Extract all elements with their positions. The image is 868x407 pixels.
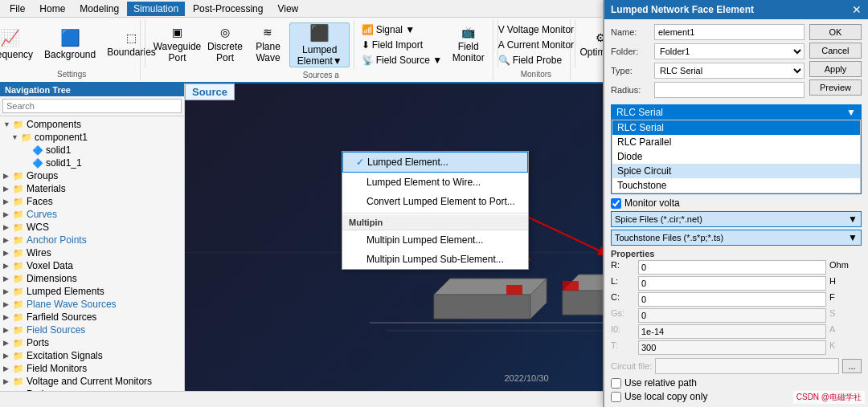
l-unit: H <box>829 276 862 291</box>
ribbon-btn-lumped[interactable]: ⬛ Lumped Element▼ <box>289 22 350 67</box>
tree-item-wcs[interactable]: ▶ 📁 WCS <box>0 221 184 234</box>
tree-item-lumped[interactable]: ▶ 📁 Lumped Elements <box>0 285 184 298</box>
solid-icon: 🔷 <box>32 158 43 169</box>
cancel-button[interactable]: Cancel <box>809 43 862 59</box>
tree-item-planewave[interactable]: ▶ 📁 Plane Wave Sources <box>0 298 184 311</box>
dropdown-item-convert[interactable]: Convert Lumped Element to Port... <box>342 192 528 211</box>
c-input[interactable] <box>638 292 826 307</box>
tree-label: Plane Wave Sources <box>27 299 117 310</box>
fieldmonitor-label: Field Monitor <box>452 41 485 64</box>
tree-item-ports[interactable]: ▶ 📁 Ports <box>0 336 184 349</box>
ok-button[interactable]: OK <box>809 24 862 40</box>
tree-item-solid1-1[interactable]: 🔷 solid1_1 <box>0 157 184 169</box>
tree-label: Lumped Elements <box>27 286 104 297</box>
dropdown-item-multipin[interactable]: Multipin Lumped Element... <box>342 230 528 250</box>
tree-item-fieldmonitors[interactable]: ▶ 📁 Field Monitors <box>0 362 184 375</box>
source-label: Source <box>185 83 235 100</box>
ribbon-btn-fieldsource[interactable]: 📡 Field Source ▼ <box>358 53 446 67</box>
preview-button[interactable]: Preview <box>809 79 862 96</box>
circuit-browse-button[interactable]: ... <box>842 359 862 373</box>
dropdown-item-multipin-sub[interactable]: Multipin Lumped Sub-Element... <box>342 250 528 269</box>
relative-path-checkbox[interactable] <box>611 378 621 389</box>
signal-icon: 📶 <box>362 24 374 35</box>
rlcserial-selected[interactable]: RLC Serial ▼ <box>612 105 861 120</box>
ribbon-btn-planewave[interactable]: ≋ Plane Wave <box>248 22 289 67</box>
tree-item-wires[interactable]: ▶ 📁 Wires <box>0 246 184 259</box>
tree-item-curves[interactable]: ▶ 📁 Curves <box>0 208 184 221</box>
name-input[interactable] <box>654 24 805 40</box>
dropdown-icon: ▼ <box>846 107 856 118</box>
solid-icon: 🔷 <box>32 145 43 156</box>
menu-file[interactable]: File <box>3 2 31 16</box>
type-option-rlcparallel[interactable]: RLC Parallel <box>612 135 860 149</box>
tree-item-faces[interactable]: ▶ 📁 Faces <box>0 195 184 208</box>
ribbon-btn-fieldimport[interactable]: ⬇ Field Import <box>358 38 446 52</box>
menu-modeling[interactable]: Modeling <box>73 2 125 16</box>
boundaries-label: Boundaries <box>107 47 156 58</box>
ribbon-btn-signal[interactable]: 📶 Signal ▼ <box>358 22 446 37</box>
dialog-lumped-network: Lumped Network Face Element ✕ Name: Fold… <box>603 0 868 407</box>
gs-label: Gs: <box>611 308 635 323</box>
c-unit: F <box>829 292 862 307</box>
ribbon-btn-current[interactable]: A Current Monitor <box>495 38 577 52</box>
dialog-close-button[interactable]: ✕ <box>852 3 862 16</box>
l-input[interactable] <box>638 276 826 291</box>
monitor-checkbox[interactable] <box>611 198 621 209</box>
type-option-rlcserial[interactable]: RLC Serial <box>612 120 860 135</box>
fieldprobe-icon: 🔍 <box>498 55 510 66</box>
tree-item-excitation[interactable]: ▶ 📁 Excitation Signals <box>0 349 184 362</box>
dropdown-item-label: Lumped Element... <box>367 157 448 168</box>
ribbon-btn-fieldmonitor[interactable]: 📺 Field Monitor <box>447 22 489 67</box>
tree-item-solid1[interactable]: 🔷 solid1 <box>0 144 184 157</box>
menu-view[interactable]: View <box>271 2 305 16</box>
ribbon-btn-fieldprobe[interactable]: 🔍 Field Probe <box>495 53 577 67</box>
ribbon-btn-voltage[interactable]: V Voltage Monitor <box>495 22 577 37</box>
fieldimport-icon: ⬇ <box>362 39 370 51</box>
r-input[interactable] <box>638 260 826 275</box>
local-copy-checkbox[interactable] <box>611 392 621 402</box>
ribbon-btn-frequency[interactable]: 📈 Frequency <box>0 22 38 67</box>
c-label: C: <box>611 292 635 307</box>
csdn-watermark: CSDN @电磁学社 <box>793 391 865 404</box>
tree-item-components[interactable]: ▼ 📁 Components <box>0 118 184 131</box>
properties-grid: R: Ohm L: H C: F Gs: S I0: A T: K <box>611 260 862 355</box>
folder-select[interactable]: Folder1 <box>654 43 805 59</box>
type-select[interactable]: RLC Serial RLC Parallel Diode Spice Circ… <box>654 63 805 79</box>
tree-arrow: ▶ <box>3 172 13 180</box>
tree-item-fieldsources[interactable]: ▶ 📁 Field Sources <box>0 324 184 336</box>
radius-label: Radius: <box>611 85 651 95</box>
dropdown-item-lumped-wire[interactable]: Lumped Element to Wire... <box>342 173 528 192</box>
checkmark-icon: ✓ <box>356 157 364 168</box>
tree-item-anchor[interactable]: ▶ 📁 Anchor Points <box>0 234 184 246</box>
tree-item-probes[interactable]: ▶ 📁 Probes <box>0 388 184 391</box>
tree-label: Components <box>27 119 81 130</box>
folder-icon: 📁 <box>13 325 24 336</box>
folder-icon: 📁 <box>13 248 24 258</box>
tree-item-voxel[interactable]: ▶ 📁 Voxel Data <box>0 259 184 272</box>
search-input[interactable] <box>2 99 182 113</box>
ribbon-group-frequency: 📈 Frequency 🟦 Background ⬚ Boundaries Se… <box>3 19 141 80</box>
ribbon-btn-discrete[interactable]: ◎ Discrete Port <box>204 22 247 67</box>
type-option-spice[interactable]: Spice Circuit <box>612 164 860 178</box>
dropdown-item-lumped[interactable]: ✓ Lumped Element... <box>342 152 528 173</box>
tree-item-materials[interactable]: ▶ 📁 Materials <box>0 182 184 195</box>
folder-icon: 📁 <box>13 299 24 310</box>
menu-postprocessing[interactable]: Post-Processing <box>186 2 269 16</box>
touchstone-dropdown-arrow[interactable]: ▼ <box>848 232 858 243</box>
type-option-touchstone[interactable]: Touchstone <box>612 178 860 193</box>
apply-button[interactable]: Apply <box>809 61 862 77</box>
radius-input[interactable] <box>654 82 805 98</box>
type-option-diode[interactable]: Diode <box>612 149 860 164</box>
folder-icon: 📁 <box>13 261 24 271</box>
tree-item-dimensions[interactable]: ▶ 📁 Dimensions <box>0 272 184 285</box>
tree-label: Field Monitors <box>27 363 87 374</box>
tree-item-groups[interactable]: ▶ 📁 Groups <box>0 169 184 182</box>
tree-item-component1[interactable]: ▼ 📁 component1 <box>0 131 184 144</box>
ribbon-btn-waveguide[interactable]: ▣ Waveguide Port <box>152 22 202 67</box>
tree-item-farfield[interactable]: ▶ 📁 Farfield Sources <box>0 311 184 324</box>
spice-dropdown-arrow[interactable]: ▼ <box>848 214 858 225</box>
menu-simulation[interactable]: Simulation <box>127 2 185 16</box>
ribbon-btn-background[interactable]: 🟦 Background <box>39 22 100 67</box>
tree-item-voltcurr[interactable]: ▶ 📁 Voltage and Current Monitors <box>0 375 184 388</box>
menu-home[interactable]: Home <box>33 2 72 16</box>
